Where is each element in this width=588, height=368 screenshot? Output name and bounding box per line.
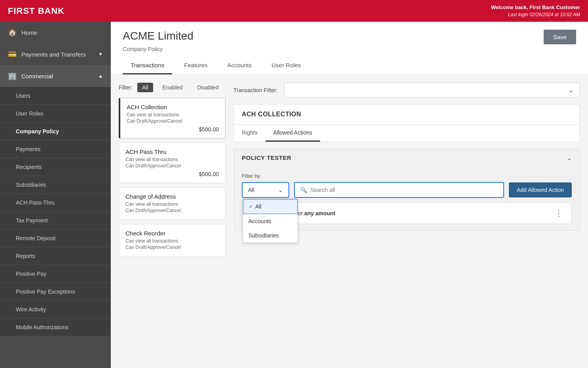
sidebar-item-user-roles[interactable]: User Roles xyxy=(0,105,111,123)
sidebar-item-positive-pay[interactable]: Positive Pay xyxy=(0,265,111,283)
detail-section: ACH COLLECTION Rights Allowed Actions xyxy=(233,104,580,142)
chevron-down-icon: ▼ xyxy=(98,51,103,57)
sidebar-item-recipients[interactable]: Recipients xyxy=(0,158,111,176)
tab-transactions[interactable]: Transactions xyxy=(123,57,172,74)
sidebar-sub-label: Payments xyxy=(16,146,40,152)
dropdown-option-label: Subsidiaries xyxy=(248,232,279,239)
tab-allowed-actions[interactable]: Allowed Actions xyxy=(266,125,320,142)
sidebar-item-reports[interactable]: Reports xyxy=(0,247,111,265)
sidebar-item-subsidiaries[interactable]: Subsidiaries xyxy=(0,176,111,194)
dropdown-arrow-icon: ⌄ xyxy=(278,187,283,193)
transaction-desc1: Can view all transactions xyxy=(125,157,219,162)
transaction-desc2: Can Draft/Approve/Cancel xyxy=(125,208,219,213)
app-header: FIRST BANK Welcome back, First Bank Cust… xyxy=(0,0,588,22)
filter-enabled-button[interactable]: Enabled xyxy=(158,83,188,92)
sidebar-item-mobile-authorizations[interactable]: Mobile Authorizations xyxy=(0,319,111,336)
sidebar-sub-label: Mobile Authorizations xyxy=(16,324,68,330)
dropdown-option-label: Accounts xyxy=(248,218,271,224)
sidebar-item-payments-transfers[interactable]: 💳 Payments and Transfers ▼ xyxy=(0,44,111,65)
transaction-card-change-of-address[interactable]: Change of Address Can view all transacti… xyxy=(119,187,226,220)
dropdown-item-subsidiaries[interactable]: Subsidiaries xyxy=(243,228,298,243)
filter-controls: All ⌄ ✓ All Accounts xyxy=(242,182,572,198)
dropdown-option-label: All xyxy=(255,203,262,210)
welcome-text: Welcome back, First Bank Customer xyxy=(491,4,580,11)
right-panel: Transaction Filter: ⌄ ACH COLLECTION Rig… xyxy=(233,83,580,360)
transaction-desc1: Can view all transactions xyxy=(127,112,219,118)
main-tabs: Transactions Features Accounts User Role… xyxy=(123,57,576,74)
sidebar-item-label: Commercial xyxy=(21,73,53,80)
tab-accounts[interactable]: Accounts xyxy=(220,57,260,74)
sidebar-sub-label: Wire Activity xyxy=(16,306,46,313)
section-tabs: Rights Allowed Actions xyxy=(233,125,580,142)
save-button[interactable]: Save xyxy=(544,30,576,44)
transaction-desc1: Can view all transactions xyxy=(125,238,219,244)
transaction-desc2: Can Draft/Approve/Cancel xyxy=(125,163,219,169)
sidebar-item-label: Payments and Transfers xyxy=(21,51,86,58)
collapse-icon: ⌄ xyxy=(567,155,572,161)
policy-tester-body: Filter by All ⌄ ✓ All xyxy=(234,167,580,230)
transaction-card-check-reorder[interactable]: Check Reorder Can view all transactions … xyxy=(119,224,226,257)
tab-features[interactable]: Features xyxy=(176,57,215,74)
left-panel: Filter: All Enabled Disabled ACH Collect… xyxy=(119,83,226,360)
filter-label: Filter: xyxy=(119,84,133,91)
search-wrapper[interactable]: 🔍 xyxy=(294,182,504,198)
section-title: ACH COLLECTION xyxy=(233,104,580,125)
filter-dropdown[interactable]: All ⌄ ✓ All Accounts xyxy=(242,182,289,198)
commercial-icon: 🏢 xyxy=(8,72,17,80)
add-allowed-action-button[interactable]: Add Allowed Action xyxy=(509,182,572,197)
transaction-desc1: Can view all transactions xyxy=(125,201,219,207)
transaction-desc2: Can Draft/Approve/Cancel xyxy=(127,118,219,124)
content-area: Filter: All Enabled Disabled ACH Collect… xyxy=(111,75,588,368)
sidebar-item-users[interactable]: Users xyxy=(0,87,111,105)
main-content: ACME Limited Save Company Policy Transac… xyxy=(111,22,588,368)
transaction-filter-select[interactable]: ⌄ xyxy=(284,83,580,98)
filter-disabled-button[interactable]: Disabled xyxy=(192,83,223,92)
transaction-title: Change of Address xyxy=(125,193,219,200)
tab-rights[interactable]: Rights xyxy=(234,125,266,142)
sidebar-sub-label: User Roles xyxy=(16,110,43,117)
transaction-title: ACH Pass Thru xyxy=(125,148,219,155)
sidebar-sub-label: Remote Deposit xyxy=(16,235,55,241)
sidebar-sub-label: Recipients xyxy=(16,164,42,170)
payments-icon: 💳 xyxy=(8,50,17,59)
sidebar-sub-label: Reports xyxy=(16,253,35,259)
transaction-amount: $500.00 xyxy=(125,171,219,177)
tab-user-roles[interactable]: User Roles xyxy=(264,57,309,74)
filter-all-button[interactable]: All xyxy=(137,83,153,92)
filter-bar: Filter: All Enabled Disabled xyxy=(119,83,226,92)
three-dots-menu[interactable]: ⋮ xyxy=(555,209,563,218)
transaction-title: ACH Collection xyxy=(127,104,219,110)
transaction-filter-label: Transaction Filter: xyxy=(233,87,278,93)
dropdown-menu: ✓ All Accounts Subsidiaries xyxy=(243,199,298,243)
result-bold: any amount xyxy=(304,210,336,216)
search-icon: 🔍 xyxy=(300,187,307,193)
checkmark-icon: ✓ xyxy=(249,204,253,209)
dropdown-item-all[interactable]: ✓ All xyxy=(243,199,298,214)
sidebar-sub-label: ACH Pass-Thru xyxy=(16,199,55,206)
sidebar-item-commercial[interactable]: 🏢 Commercial ▲ xyxy=(0,65,111,87)
sidebar-item-company-policy[interactable]: Company Policy xyxy=(0,123,111,140)
transaction-filter-row: Transaction Filter: ⌄ xyxy=(233,83,580,98)
sidebar-item-payments[interactable]: Payments xyxy=(0,140,111,158)
filter-by-label: Filter by xyxy=(242,173,572,179)
sidebar-item-ach-pass-thru[interactable]: ACH Pass-Thru xyxy=(0,194,111,212)
sidebar-item-label: Home xyxy=(21,29,37,36)
transaction-title: Check Reorder xyxy=(125,230,219,237)
sidebar-item-tax-payment[interactable]: Tax Payment xyxy=(0,212,111,230)
sidebar-item-remote-deposit[interactable]: Remote Deposit xyxy=(0,230,111,247)
sidebar-item-wire-activity[interactable]: Wire Activity xyxy=(0,301,111,319)
transaction-desc2: Can Draft/Approve/Cancel xyxy=(125,245,219,250)
policy-tester-header[interactable]: POLICY TESTER ⌄ xyxy=(234,149,580,167)
body-layout: 🏠 Home 💳 Payments and Transfers ▼ 🏢 Comm… xyxy=(0,22,588,368)
transaction-card-ach-collection[interactable]: ACH Collection Can view all transactions… xyxy=(119,98,226,138)
sidebar-item-positive-pay-exceptions[interactable]: Positive Pay Exceptions xyxy=(0,283,111,301)
sidebar-sub-label: Tax Payment xyxy=(16,217,48,224)
sidebar: 🏠 Home 💳 Payments and Transfers ▼ 🏢 Comm… xyxy=(0,22,111,368)
dropdown-selected-value: All xyxy=(248,187,254,193)
dropdown-item-accounts[interactable]: Accounts xyxy=(243,214,298,228)
welcome-message: Welcome back, First Bank Customer Last l… xyxy=(491,4,580,19)
sidebar-item-home[interactable]: 🏠 Home xyxy=(0,22,111,44)
transaction-card-ach-pass-thru[interactable]: ACH Pass Thru Can view all transactions … xyxy=(119,142,226,183)
search-input[interactable] xyxy=(310,187,498,193)
policy-tester-title: POLICY TESTER xyxy=(242,154,291,161)
